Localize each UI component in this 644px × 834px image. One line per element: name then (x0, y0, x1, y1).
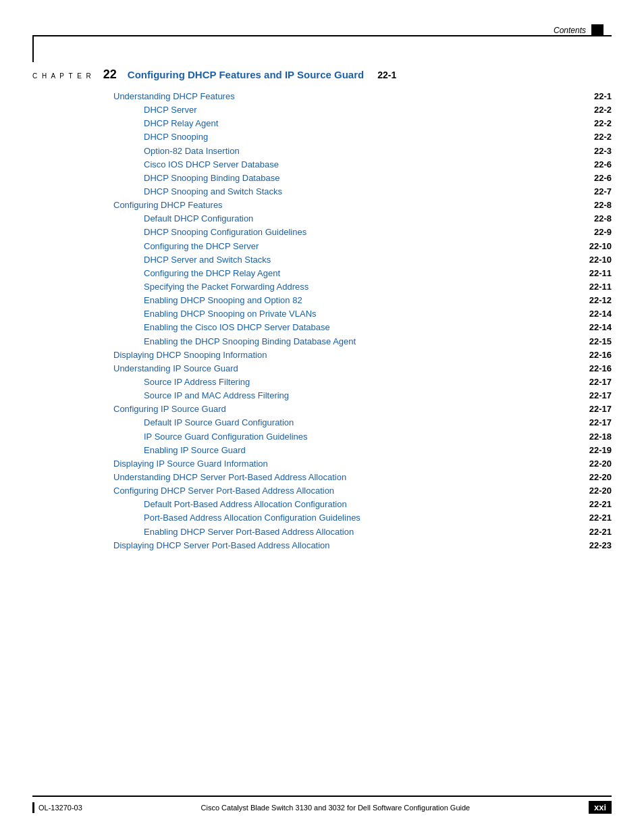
toc-link-port-based-address-config-guidelines[interactable]: Port-Based Address Allocation Configurat… (144, 511, 360, 525)
toc-link-enabling-dhcp-snooping-binding-db[interactable]: Enabling the DHCP Snooping Binding Datab… (144, 335, 356, 348)
toc-link-ip-source-guard-config-guidelines[interactable]: IP Source Guard Configuration Guidelines (144, 430, 308, 444)
toc-link-dhcp-relay-agent[interactable]: DHCP Relay Agent (144, 117, 218, 130)
toc-page: 22-2 (594, 130, 612, 144)
footer: OL-13270-03 Cisco Catalyst Blade Switch … (32, 796, 612, 814)
toc-link-dhcp-server-switch-stacks[interactable]: DHCP Server and Switch Stacks (144, 253, 271, 267)
toc-page: 22-3 (594, 145, 612, 158)
toc-link-source-ip-address-filtering[interactable]: Source IP Address Filtering (144, 375, 250, 389)
toc-entry: Default Port-Based Address Allocation Co… (144, 498, 612, 511)
toc-entry: DHCP Server and Switch Stacks22-10 (144, 253, 612, 267)
toc-entry: DHCP Server22-2 (144, 103, 612, 117)
toc-page: 22-6 (594, 172, 612, 185)
toc-link-dhcp-snooping-binding-db[interactable]: DHCP Snooping Binding Database (144, 172, 279, 185)
toc-entry: DHCP Snooping22-2 (144, 130, 612, 144)
toc-entry: Configuring the DHCP Server22-10 (144, 240, 612, 253)
toc-page: 22-11 (589, 280, 612, 294)
toc-page: 22-1 (594, 90, 612, 103)
footer-page: xxi (589, 801, 612, 814)
toc-entry: Displaying DHCP Server Port-Based Addres… (113, 539, 612, 552)
toc-link-cisco-ios-dhcp-server-db[interactable]: Cisco IOS DHCP Server Database (144, 158, 279, 172)
toc-link-enabling-dhcp-snooping-option82[interactable]: Enabling DHCP Snooping and Option 82 (144, 294, 302, 307)
toc-entry: Source IP and MAC Address Filtering22-17 (144, 389, 612, 402)
toc-page: 22-14 (589, 321, 612, 334)
toc-link-source-ip-mac-address-filtering[interactable]: Source IP and MAC Address Filtering (144, 389, 289, 402)
toc-entry: Specifying the Packet Forwarding Address… (144, 280, 612, 294)
toc-page: 22-11 (589, 267, 612, 280)
toc-page: 22-16 (589, 362, 612, 375)
footer-left-bar (32, 802, 34, 813)
toc-link-default-dhcp-config[interactable]: Default DHCP Configuration (144, 212, 253, 226)
toc-page: 22-21 (589, 498, 612, 511)
chapter-page: 22-1 (377, 70, 396, 80)
toc-link-dhcp-snooping[interactable]: DHCP Snooping (144, 130, 208, 144)
toc-entry: Enabling DHCP Snooping and Option 8222-1… (144, 294, 612, 307)
toc-link-enabling-cisco-ios-dhcp-server-db[interactable]: Enabling the Cisco IOS DHCP Server Datab… (144, 321, 330, 334)
chapter-number: 22 (103, 68, 117, 82)
toc-entry: Option-82 Data Insertion22-3 (144, 145, 612, 158)
toc-link-configuring-dhcp-server[interactable]: Configuring the DHCP Server (144, 240, 259, 253)
toc-entry: Configuring DHCP Server Port-Based Addre… (113, 484, 612, 498)
toc-page: 22-15 (589, 335, 612, 348)
toc-link-enabling-ip-source-guard[interactable]: Enabling IP Source Guard (144, 444, 246, 457)
toc-entry: Displaying DHCP Snooping Information22-1… (113, 348, 612, 362)
toc-page: 22-20 (589, 457, 612, 471)
footer-right: xxi (589, 801, 612, 814)
toc-entry: Understanding IP Source Guard22-16 (113, 362, 612, 375)
toc-entry: Enabling the Cisco IOS DHCP Server Datab… (144, 321, 612, 334)
toc-link-configuring-dhcp-server-port-based[interactable]: Configuring DHCP Server Port-Based Addre… (113, 484, 334, 498)
toc-entry: Port-Based Address Allocation Configurat… (144, 511, 612, 525)
toc-entry: Configuring the DHCP Relay Agent22-11 (144, 267, 612, 280)
toc-link-displaying-ip-source-guard-info[interactable]: Displaying IP Source Guard Information (113, 457, 268, 471)
toc-link-dhcp-server[interactable]: DHCP Server (144, 103, 197, 117)
toc-page: 22-17 (589, 375, 612, 389)
toc-link-enabling-dhcp-snooping-private-vlans[interactable]: Enabling DHCP Snooping on Private VLANs (144, 307, 317, 321)
toc-page: 22-6 (594, 158, 612, 172)
toc-link-configuring-ip-source-guard[interactable]: Configuring IP Source Guard (113, 402, 226, 416)
toc-entry: Cisco IOS DHCP Server Database22-6 (144, 158, 612, 172)
toc-entry: Understanding DHCP Features22-1 (113, 90, 612, 103)
toc-entry: Enabling DHCP Snooping on Private VLANs2… (144, 307, 612, 321)
toc-link-option-82[interactable]: Option-82 Data Insertion (144, 145, 240, 158)
toc-entry: DHCP Snooping Configuration Guidelines22… (144, 226, 612, 239)
toc-link-understanding-dhcp-features[interactable]: Understanding DHCP Features (113, 90, 235, 103)
toc-page: 22-7 (594, 185, 612, 199)
toc-link-enabling-dhcp-server-port-based[interactable]: Enabling DHCP Server Port-Based Address … (144, 525, 354, 539)
toc-page: 22-17 (589, 389, 612, 402)
footer-title: Cisco Catalyst Blade Switch 3130 and 303… (82, 804, 589, 812)
toc-entry: Configuring IP Source Guard22-17 (113, 402, 612, 416)
toc-page: 22-18 (589, 430, 612, 444)
toc-entry: Displaying IP Source Guard Information22… (113, 457, 612, 471)
toc-link-displaying-dhcp-snooping-info[interactable]: Displaying DHCP Snooping Information (113, 348, 267, 362)
toc-link-dhcp-snooping-config-guidelines[interactable]: DHCP Snooping Configuration Guidelines (144, 226, 306, 239)
toc-page: 22-10 (589, 253, 612, 267)
toc-page: 22-10 (589, 240, 612, 253)
toc-page: 22-12 (589, 294, 612, 307)
chapter-title[interactable]: Configuring DHCP Features and IP Source … (128, 69, 364, 80)
toc-page: 22-14 (589, 307, 612, 321)
toc-link-default-ip-source-guard-config[interactable]: Default IP Source Guard Configuration (144, 416, 294, 429)
toc-link-understanding-dhcp-server-port-based[interactable]: Understanding DHCP Server Port-Based Add… (113, 471, 346, 484)
header-contents: Contents (554, 24, 603, 36)
left-border (32, 35, 34, 62)
toc-page: 22-2 (594, 117, 612, 130)
toc-page: 22-20 (589, 484, 612, 498)
toc-entry: Understanding DHCP Server Port-Based Add… (113, 471, 612, 484)
toc-link-displaying-dhcp-server-port-based[interactable]: Displaying DHCP Server Port-Based Addres… (113, 539, 330, 552)
toc-entry: Enabling DHCP Server Port-Based Address … (144, 525, 612, 539)
toc-page: 22-9 (594, 226, 612, 239)
toc-page: 22-8 (594, 212, 612, 226)
toc-entries: Understanding DHCP Features22-1DHCP Serv… (32, 90, 612, 552)
toc-link-understanding-ip-source-guard[interactable]: Understanding IP Source Guard (113, 362, 238, 375)
toc-entry: Default DHCP Configuration22-8 (144, 212, 612, 226)
toc-page: 22-23 (589, 539, 612, 552)
footer-doc-number: OL-13270-03 (38, 804, 82, 812)
chapter-row: C H A P T E R 22 Configuring DHCP Featur… (32, 68, 612, 82)
toc-entry: Enabling IP Source Guard22-19 (144, 444, 612, 457)
main-content: C H A P T E R 22 Configuring DHCP Featur… (32, 68, 612, 552)
toc-link-dhcp-snooping-switch-stacks[interactable]: DHCP Snooping and Switch Stacks (144, 185, 282, 199)
toc-link-configuring-dhcp-features[interactable]: Configuring DHCP Features (113, 199, 223, 212)
toc-entry: DHCP Snooping Binding Database22-6 (144, 172, 612, 185)
toc-link-default-port-based-address-config[interactable]: Default Port-Based Address Allocation Co… (144, 498, 347, 511)
toc-link-configuring-dhcp-relay-agent[interactable]: Configuring the DHCP Relay Agent (144, 267, 280, 280)
toc-link-specifying-packet-forwarding[interactable]: Specifying the Packet Forwarding Address (144, 280, 308, 294)
